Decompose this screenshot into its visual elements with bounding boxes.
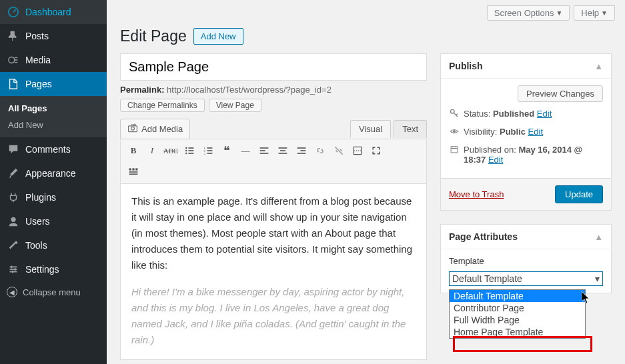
svg-rect-29 xyxy=(297,147,306,149)
toolbar-toggle-icon[interactable] xyxy=(125,163,142,181)
add-media-button[interactable]: Add Media xyxy=(120,119,190,139)
sidebar-item-appearance[interactable]: Appearance xyxy=(0,161,107,185)
svg-rect-23 xyxy=(260,147,269,149)
svg-rect-26 xyxy=(279,147,287,149)
sidebar-label: Comments xyxy=(25,144,71,155)
svg-point-1 xyxy=(9,57,15,63)
template-option[interactable]: Full Width Page xyxy=(450,314,585,326)
align-right-icon[interactable] xyxy=(293,142,310,159)
plug-icon xyxy=(7,191,20,204)
svg-rect-32 xyxy=(354,147,361,154)
svg-rect-30 xyxy=(300,150,305,151)
trash-link[interactable]: Move to Trash xyxy=(449,189,504,199)
post-title-input[interactable] xyxy=(120,53,427,81)
visibility-label: Visibility: xyxy=(464,127,497,137)
template-dropdown: Default Template Contributor Page Full W… xyxy=(449,289,586,339)
align-center-icon[interactable] xyxy=(274,142,291,159)
collapse-label: Collapse menu xyxy=(23,287,81,297)
svg-rect-24 xyxy=(260,150,265,151)
svg-rect-34 xyxy=(132,168,134,170)
editor-body[interactable]: This is an example page. It's different … xyxy=(120,184,427,360)
publish-title: Publish xyxy=(449,61,483,71)
svg-rect-27 xyxy=(280,150,285,151)
camera-icon xyxy=(127,123,138,135)
svg-rect-6 xyxy=(11,266,12,269)
wrench-icon xyxy=(7,239,20,252)
sidebar-label: Tools xyxy=(25,240,47,251)
unlink-icon[interactable] xyxy=(330,142,348,159)
bullet-list-icon[interactable] xyxy=(181,142,198,159)
template-option[interactable]: Default Template xyxy=(450,290,585,302)
edit-visibility-link[interactable]: Edit xyxy=(528,127,543,137)
sidebar-sub-all-pages[interactable]: All Pages xyxy=(0,100,107,117)
sidebar-item-pages[interactable]: Pages xyxy=(0,72,107,96)
hr-icon[interactable]: — xyxy=(237,142,254,159)
add-new-button[interactable]: Add New xyxy=(193,28,243,45)
page-attributes-metabox: Page Attributes ▲ Template Default Templ… xyxy=(440,224,612,293)
view-page-button[interactable]: View Page xyxy=(209,99,261,112)
svg-rect-31 xyxy=(297,153,306,154)
media-icon xyxy=(7,53,20,67)
svg-rect-8 xyxy=(12,271,13,273)
bold-icon[interactable]: B xyxy=(125,142,142,159)
svg-rect-18 xyxy=(207,147,212,149)
change-permalinks-button[interactable]: Change Permalinks xyxy=(120,99,205,112)
link-icon[interactable] xyxy=(311,142,329,159)
svg-rect-12 xyxy=(188,147,193,149)
editor-paragraph: This is an example page. It's different … xyxy=(131,193,416,273)
sidebar-item-settings[interactable]: Settings xyxy=(0,257,107,281)
editor-quote: Hi there! I'm a bike messenger by day, a… xyxy=(131,284,416,348)
metabox-toggle-icon[interactable]: ▲ xyxy=(594,61,603,71)
svg-rect-36 xyxy=(129,171,138,173)
visual-tab[interactable]: Visual xyxy=(350,120,391,138)
align-left-icon[interactable] xyxy=(255,142,273,159)
sidebar-item-users[interactable]: Users xyxy=(0,209,107,233)
sidebar-label: Users xyxy=(25,216,50,227)
svg-point-38 xyxy=(450,109,454,113)
text-tab[interactable]: Text xyxy=(394,120,427,138)
fullscreen-icon[interactable] xyxy=(368,142,385,159)
strikethrough-icon[interactable]: ABC xyxy=(162,142,179,159)
svg-rect-25 xyxy=(260,153,269,154)
sidebar-item-tools[interactable]: Tools xyxy=(0,233,107,257)
svg-rect-35 xyxy=(135,168,137,170)
sidebar-item-dashboard[interactable]: Dashboard xyxy=(0,0,107,24)
help-button[interactable]: Help▼ xyxy=(574,5,615,21)
eye-icon xyxy=(449,127,460,138)
update-button[interactable]: Update xyxy=(555,185,603,203)
svg-rect-33 xyxy=(129,168,131,170)
italic-icon[interactable]: I xyxy=(143,142,161,159)
sidebar-item-posts[interactable]: Posts xyxy=(0,24,107,48)
sidebar-label: Pages xyxy=(25,79,52,89)
edit-date-link[interactable]: Edit xyxy=(488,155,503,165)
sidebar-item-media[interactable]: Media xyxy=(0,48,107,72)
dashboard-icon xyxy=(7,5,20,19)
blockquote-icon[interactable]: ❝ xyxy=(218,142,235,159)
sidebar-sub-add-new[interactable]: Add New xyxy=(0,117,107,133)
preview-button[interactable]: Preview Changes xyxy=(518,85,603,102)
more-icon[interactable] xyxy=(349,142,366,159)
svg-rect-40 xyxy=(451,147,458,153)
sidebar-label: Plugins xyxy=(25,192,56,203)
sidebar-item-comments[interactable]: Comments xyxy=(0,137,107,161)
sidebar-item-plugins[interactable]: Plugins xyxy=(0,185,107,209)
edit-status-link[interactable]: Edit xyxy=(537,109,552,119)
collapse-menu[interactable]: ◀ Collapse menu xyxy=(0,281,107,303)
svg-rect-28 xyxy=(279,153,287,154)
svg-point-11 xyxy=(185,147,187,149)
sidebar-label: Dashboard xyxy=(25,7,71,17)
screen-options-button[interactable]: Screen Options▼ xyxy=(487,5,570,21)
template-option[interactable]: Home Page Template xyxy=(450,326,585,338)
svg-point-10 xyxy=(131,127,135,130)
svg-point-39 xyxy=(453,130,456,133)
template-option[interactable]: Contributor Page xyxy=(450,302,585,314)
permalink-url: http://localhost/Test/wordpress/?page_id… xyxy=(167,85,332,95)
key-icon xyxy=(449,109,460,120)
metabox-toggle-icon[interactable]: ▲ xyxy=(594,232,603,242)
sidebar-label: Posts xyxy=(25,31,49,41)
template-select[interactable]: Default Template ▾ xyxy=(449,271,603,286)
numbered-list-icon[interactable]: 123 xyxy=(199,142,217,159)
sidebar-submenu: All Pages Add New xyxy=(0,96,107,137)
pin-icon xyxy=(7,29,20,43)
attributes-title: Page Attributes xyxy=(449,231,518,242)
